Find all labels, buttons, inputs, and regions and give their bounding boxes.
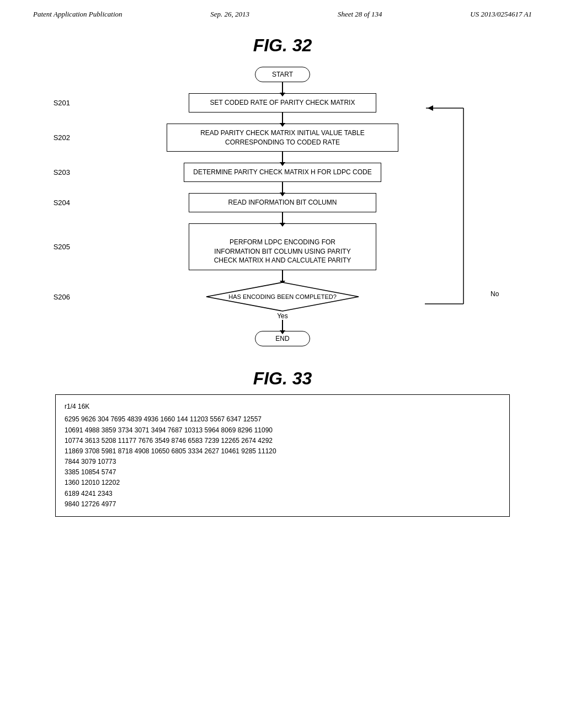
s206-diamond-wrapper: HAS ENCODING BEEN COMPLETED? (205, 281, 360, 312)
fig33-line-5: 7844 3079 10773 (65, 457, 500, 467)
fig33-line-3: 10774 3613 5208 11177 7676 3549 8746 658… (65, 436, 500, 446)
s202-box: READ PARITY CHECK MATRIX INITIAL VALUE T… (167, 124, 398, 152)
header-patent: US 2013/0254617 A1 (470, 10, 532, 19)
s205-row: S205 PERFORM LDPC ENCODING FOR INFORMATI… (44, 223, 521, 270)
fig33-data-box: r1/4 16K 6295 9626 304 7695 4839 4936 16… (55, 394, 510, 517)
yes-label: Yes (277, 312, 288, 320)
flowchart-fig32: START S201 SET CODED RATE OF PARITY CHEC… (44, 67, 521, 346)
header-sheet: Sheet 28 of 134 (338, 10, 382, 19)
s202-row: S202 READ PARITY CHECK MATRIX INITIAL VA… (44, 124, 521, 152)
fig33-line-2: 10691 4988 3859 3734 3071 3494 7687 1031… (65, 425, 500, 436)
fig33-title: FIG. 33 (44, 368, 521, 389)
no-label: No (491, 290, 499, 298)
s205-box: PERFORM LDPC ENCODING FOR INFORMATION BI… (189, 223, 376, 270)
fig33-line-7: 1360 12010 12202 (65, 478, 500, 488)
s206-row: S206 HAS ENCODING BEEN COMPLETED? No (44, 281, 521, 312)
fig33-line-8: 6189 4241 2343 (65, 489, 500, 499)
page-header: Patent Application Publication Sep. 26, … (0, 0, 565, 24)
header-publication: Patent Application Publication (33, 10, 122, 19)
start-oval: START (255, 67, 310, 82)
arrow-5 (44, 212, 521, 223)
s203-label: S203 (44, 168, 74, 176)
arrow-4 (44, 182, 521, 193)
arrow-yes: Yes (44, 312, 521, 331)
main-content: FIG. 32 START S201 (0, 24, 565, 528)
arrow-3 (44, 152, 521, 163)
s206-text: HAS ENCODING BEEN COMPLETED? (227, 293, 338, 300)
fig33-line-6: 3385 10854 5747 (65, 467, 500, 478)
s204-label: S204 (44, 199, 74, 207)
arrow-1 (44, 82, 521, 93)
s205-label: S205 (44, 243, 74, 251)
fig33-header: r1/4 16K (65, 402, 500, 412)
arrow-2 (44, 113, 521, 124)
arrow-6 (44, 270, 521, 281)
s202-label: S202 (44, 133, 74, 142)
fig33-line-9: 9840 12726 4977 (65, 499, 500, 510)
fig32-title: FIG. 32 (44, 35, 521, 56)
s206-label: S206 (44, 293, 74, 301)
fig33-line-1: 6295 9626 304 7695 4839 4936 1660 144 11… (65, 414, 500, 425)
s201-label: S201 (44, 99, 74, 107)
start-row: START (44, 67, 521, 82)
header-date: Sep. 26, 2013 (210, 10, 249, 19)
fig33-line-4: 11869 3708 5981 8718 4908 10650 6805 333… (65, 446, 500, 457)
